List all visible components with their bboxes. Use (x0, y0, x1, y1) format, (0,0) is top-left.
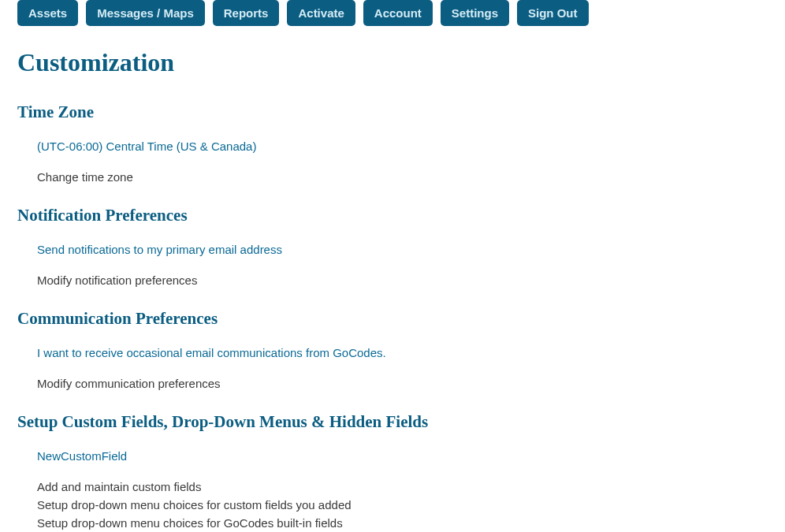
timezone-section: Time Zone (UTC-06:00) Central Time (US &… (17, 102, 768, 184)
nav-assets-button[interactable]: Assets (17, 0, 78, 26)
nav-account-button[interactable]: Account (363, 0, 433, 26)
notification-value-link[interactable]: Send notifications to my primary email a… (37, 243, 768, 256)
custom-fields-heading: Setup Custom Fields, Drop-Down Menus & H… (17, 412, 768, 432)
communication-heading: Communication Preferences (17, 309, 768, 329)
notification-section: Notification Preferences Send notificati… (17, 206, 768, 287)
custom-fields-desc1: Add and maintain custom fields (37, 480, 768, 493)
communication-action-link[interactable]: Modify communication preferences (37, 377, 768, 390)
notification-heading: Notification Preferences (17, 206, 768, 225)
custom-fields-link[interactable]: NewCustomField (37, 449, 768, 463)
nav-signout-button[interactable]: Sign Out (517, 0, 589, 26)
communication-value-link[interactable]: I want to receive occasional email commu… (37, 346, 768, 359)
timezone-action-link[interactable]: Change time zone (37, 170, 768, 184)
custom-fields-desc3: Setup drop-down menu choices for GoCodes… (37, 516, 768, 530)
nav-messages-button[interactable]: Messages / Maps (86, 0, 205, 26)
nav-settings-button[interactable]: Settings (441, 0, 509, 26)
nav-activate-button[interactable]: Activate (287, 0, 355, 26)
timezone-value-link[interactable]: (UTC-06:00) Central Time (US & Canada) (37, 140, 768, 153)
page-title: Customization (17, 48, 768, 77)
nav-reports-button[interactable]: Reports (213, 0, 280, 26)
custom-fields-desc2: Setup drop-down menu choices for custom … (37, 498, 768, 512)
communication-section: Communication Preferences I want to rece… (17, 309, 768, 390)
notification-action-link[interactable]: Modify notification preferences (37, 273, 768, 287)
custom-fields-section: Setup Custom Fields, Drop-Down Menus & H… (17, 412, 768, 532)
timezone-heading: Time Zone (17, 102, 768, 122)
top-nav: Assets Messages / Maps Reports Activate … (17, 0, 768, 26)
